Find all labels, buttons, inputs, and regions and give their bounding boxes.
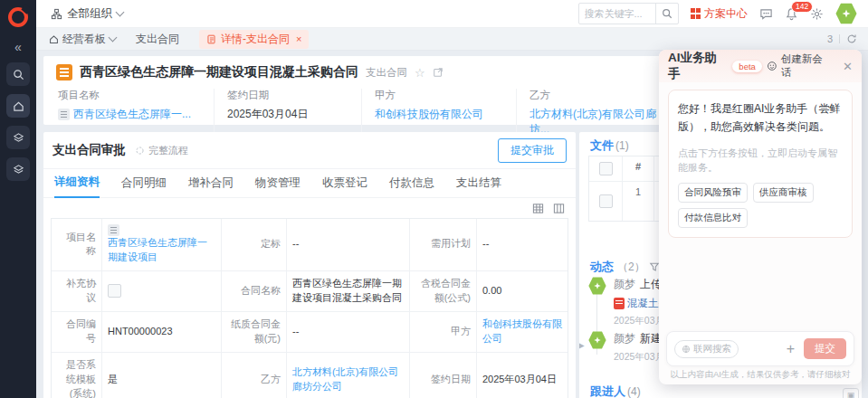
row-checkbox[interactable] — [599, 194, 613, 208]
close-tab-icon[interactable]: × — [296, 33, 301, 44]
field-party-a: 甲方 和创科技股份有限公司 — [361, 89, 516, 137]
tab-detail-info[interactable]: 详细资料 — [54, 168, 100, 198]
cell-label: 签约日期 — [410, 353, 477, 398]
search-input[interactable] — [579, 8, 655, 19]
new-session-label: 创建新会话 — [781, 52, 832, 80]
tab-detail-active[interactable]: 详情-支出合同 × — [199, 30, 309, 49]
notifications-button[interactable]: 142 — [785, 7, 798, 21]
party-a-link[interactable]: 和创科技股份有限公司 — [482, 317, 562, 346]
page-title: 西青区绿色生态屏障一期建设项目混凝土采购合同 — [80, 64, 358, 81]
tab-contract-items[interactable]: 合同明细 — [121, 169, 167, 197]
ai-hint: 点击下方任务按钮，立即启动专属智能服务。 — [678, 146, 843, 175]
actor-name: 颜梦 — [614, 332, 635, 345]
cell-value: 西青区绿色生态屏障一期建设项目混凝土采购合同 — [287, 271, 410, 312]
approval-card: 支出合同审批 完整流程 提交审批 详细资料 合同明细 增补合同 物资管理 收票登… — [43, 132, 576, 398]
files-section-title: 文件 — [590, 137, 614, 154]
field-project-name: 项目名称 西青区绿色生态屏障一... — [56, 89, 214, 137]
tab-expense-contract[interactable]: 支出合同 — [136, 32, 179, 47]
topbar: 全部组织 方案中心 142 — [36, 0, 868, 28]
ai-welcome-card: 您好！我是红圈AI业务助手（尝鲜版），助您高效解决各类问题。 点击下方任务按钮，… — [668, 90, 853, 238]
avatar — [588, 277, 606, 295]
flow-icon — [135, 146, 145, 156]
messages-button[interactable] — [759, 7, 773, 21]
floating-widget-button[interactable]: ▣ — [843, 388, 859, 398]
submit-approval-button[interactable]: 提交审批 — [498, 138, 567, 163]
tab-dashboard[interactable]: 经营看板 — [49, 32, 116, 47]
tab-bar: 经营看板 支出合同 详情-支出合同 × 3 — [36, 28, 868, 51]
sidebar-search-button[interactable] — [6, 62, 30, 86]
avatar[interactable] — [835, 3, 857, 24]
contract-type-tag: 支出合同 — [366, 66, 407, 80]
tab-supplement[interactable]: 增补合同 — [188, 169, 234, 197]
search-icon — [662, 8, 672, 19]
field-label: 乙方 — [529, 89, 674, 102]
supplement-checkbox[interactable] — [108, 284, 121, 298]
layers-icon — [13, 132, 24, 144]
section-title: 支出合同审批 — [52, 142, 126, 158]
brand-logo[interactable] — [8, 7, 28, 27]
home-icon — [13, 100, 24, 112]
web-search-label: 联网搜索 — [693, 343, 731, 355]
chevron-down-icon — [116, 8, 125, 17]
close-icon[interactable]: ✕ — [843, 60, 853, 73]
select-all-checkbox[interactable] — [599, 162, 613, 175]
ai-input-bar[interactable]: 联网搜索 + 提交 — [666, 331, 854, 366]
cell-value: -- — [287, 219, 410, 271]
star-glyph-icon — [593, 336, 602, 345]
task-supplier-audit-button[interactable]: 供应商审核 — [753, 183, 814, 203]
ai-disclaimer: 以上内容由AI生成，结果仅供参考，请仔细核对 — [659, 369, 862, 381]
avatar — [588, 331, 606, 349]
cell-label: 项目名称 — [52, 219, 102, 271]
task-contract-risk-button[interactable]: 合同风险预审 — [678, 183, 748, 203]
global-search — [578, 3, 679, 24]
sidebar-collapse-icon[interactable]: « — [14, 40, 22, 54]
project-link[interactable]: 西青区绿色生态屏障一... — [73, 107, 191, 122]
ai-panel-title: AI业务助手 — [668, 50, 728, 82]
web-search-toggle[interactable]: 联网搜索 — [674, 340, 739, 358]
cell-label: 乙方 — [222, 353, 287, 398]
favorite-star-icon[interactable]: ☆ — [415, 66, 425, 80]
tab-settlement[interactable]: 支出结算 — [456, 169, 501, 197]
panel-collapse-handle[interactable]: ▶ — [579, 340, 585, 350]
task-payment-compare-button[interactable]: 付款信息比对 — [678, 208, 748, 228]
settings-button[interactable] — [810, 7, 824, 21]
ai-submit-button[interactable]: 提交 — [804, 338, 846, 359]
contract-doc-icon — [56, 64, 72, 81]
field-sign-date: 签约日期 2025年03月04日 — [214, 89, 361, 137]
sidebar-home-button[interactable] — [6, 94, 30, 118]
table-view-icon[interactable] — [532, 203, 544, 214]
globe-icon — [682, 345, 691, 354]
search-button[interactable] — [655, 4, 678, 24]
org-label: 全部组织 — [67, 6, 112, 22]
project-icon — [108, 224, 119, 236]
party-a-link[interactable]: 和创科技股份有限公司 — [375, 107, 483, 122]
columns-icon[interactable] — [553, 203, 565, 214]
tab-materials[interactable]: 物资管理 — [255, 169, 300, 197]
solution-center-link[interactable]: 方案中心 — [691, 6, 749, 22]
tab-payment[interactable]: 付款信息 — [389, 169, 434, 197]
party-b-link[interactable]: 北方材料(北京)有限公司廊坊分公司 — [292, 365, 404, 394]
sidebar-modules-button[interactable] — [6, 157, 30, 181]
project-link[interactable]: 西青区绿色生态屏障一期建设项目 — [108, 236, 215, 265]
tab-detail-label: 详情-支出合同 — [221, 32, 290, 47]
tab-invoice[interactable]: 收票登记 — [322, 169, 367, 197]
field-label: 甲方 — [375, 89, 503, 102]
sidebar-apps-button[interactable] — [6, 126, 30, 149]
org-selector[interactable]: 全部组织 — [51, 6, 123, 22]
star-glyph-icon — [593, 281, 602, 290]
attach-plus-icon[interactable]: + — [787, 341, 795, 357]
new-session-button[interactable]: 创建新会话 — [767, 52, 832, 80]
refresh-icon[interactable] — [846, 33, 857, 44]
tab-dashboard-label: 经营看板 — [62, 32, 106, 47]
full-flow-link[interactable]: 完整流程 — [135, 144, 188, 157]
gear-icon — [810, 7, 824, 21]
project-icon — [58, 109, 70, 120]
solution-center-label: 方案中心 — [704, 6, 748, 22]
external-link-icon[interactable] — [433, 67, 444, 78]
cell-value: 0.00 — [477, 271, 568, 312]
cell-label: 是否系统模板(系统) — [52, 353, 102, 398]
pdf-icon — [614, 298, 625, 309]
cell-label: 合同编号 — [52, 312, 102, 353]
filter-icon[interactable] — [649, 261, 660, 272]
detail-table: 项目名称 西青区绿色生态屏障一期建设项目 定标 -- 需用计划 -- 补充协议 … — [51, 218, 568, 398]
